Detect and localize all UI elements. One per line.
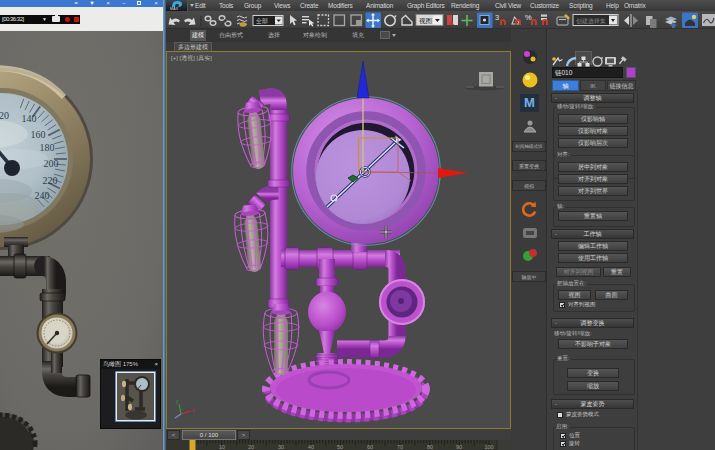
svg-text:创建选择集: 创建选择集 <box>576 18 606 25</box>
svg-text:x: x <box>192 407 195 413</box>
svg-text:%: % <box>525 13 532 22</box>
svg-text:100: 100 <box>484 444 493 450</box>
svg-text:70: 70 <box>397 444 403 450</box>
svg-text:30: 30 <box>278 444 284 450</box>
svg-text:视图: 视图 <box>419 17 432 25</box>
svg-text:40: 40 <box>308 444 314 450</box>
svg-text:20: 20 <box>248 444 254 450</box>
svg-text:20: 20 <box>0 110 9 121</box>
svg-text:10: 10 <box>219 444 225 450</box>
svg-text:180: 180 <box>40 142 55 153</box>
svg-text:y: y <box>176 398 179 404</box>
svg-text:140: 140 <box>22 113 37 124</box>
svg-text:3: 3 <box>495 13 499 22</box>
svg-text:90: 90 <box>456 444 462 450</box>
svg-text:60: 60 <box>367 444 373 450</box>
svg-text:220: 220 <box>43 175 58 186</box>
svg-text:240: 240 <box>35 190 50 201</box>
svg-text:80: 80 <box>427 444 433 450</box>
svg-text:全部: 全部 <box>255 17 268 25</box>
svg-text:160: 160 <box>31 129 46 140</box>
svg-text:50: 50 <box>337 444 343 450</box>
